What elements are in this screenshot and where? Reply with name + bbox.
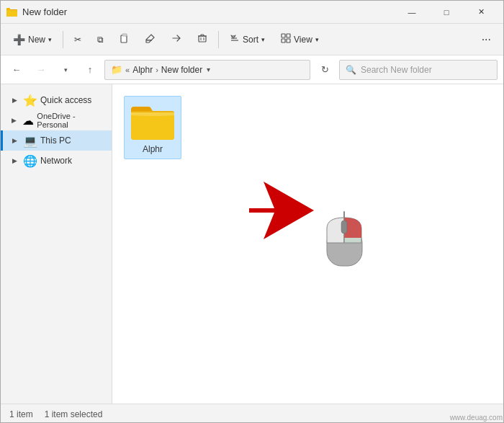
network-expand-icon: ▶	[9, 155, 20, 166]
svg-rect-19	[327, 228, 362, 266]
folder-icon	[130, 101, 176, 141]
svg-rect-4	[121, 35, 127, 43]
svg-rect-3	[6, 10, 17, 17]
view-dropdown-icon: ▾	[315, 36, 319, 43]
window-icon	[6, 6, 18, 18]
path-dropdown-icon: ▾	[207, 66, 210, 74]
sidebar-item-network[interactable]: ▶ 🌐 Network	[1, 151, 112, 171]
title-bar-controls: — □ ✕	[395, 1, 498, 24]
onedrive-expand-icon: ▶	[9, 115, 19, 126]
svg-rect-2	[6, 8, 10, 10]
new-dropdown-icon: ▾	[48, 36, 52, 43]
up-button[interactable]: ↑	[80, 60, 100, 80]
new-icon: ➕	[13, 34, 25, 45]
this-pc-expand-icon: ▶	[9, 135, 20, 146]
svg-rect-14	[282, 34, 285, 37]
quick-access-icon: ⭐	[23, 94, 37, 107]
toolbar: ➕ New ▾ ✂ ⧉	[1, 24, 503, 55]
recent-locations-button[interactable]: ▾	[55, 60, 76, 80]
network-label: Network	[40, 156, 72, 166]
file-label-alphr: Alphr	[143, 144, 163, 154]
file-grid: Alphr	[124, 96, 492, 159]
sort-dropdown-icon: ▾	[261, 36, 265, 43]
search-placeholder: Search New folder	[361, 65, 432, 75]
view-button[interactable]: View ▾	[274, 28, 325, 51]
sidebar-item-this-pc[interactable]: ▶ 💻 This PC	[1, 130, 112, 151]
cut-button[interactable]: ✂	[68, 28, 88, 51]
quick-access-expand-icon: ▶	[9, 94, 20, 106]
title-bar: New folder — □ ✕	[1, 1, 503, 24]
delete-button[interactable]	[191, 28, 214, 51]
svg-rect-17	[287, 39, 290, 43]
back-button[interactable]: ←	[6, 60, 27, 80]
quick-access-label: Quick access	[40, 95, 91, 105]
status-bar: 1 item 1 item selected	[1, 404, 503, 423]
close-button[interactable]: ✕	[464, 1, 498, 24]
cut-icon: ✂	[74, 35, 81, 45]
folder-icon-wrap	[130, 101, 176, 141]
mouse-svg	[325, 210, 364, 268]
this-pc-label: This PC	[40, 135, 71, 146]
sort-label: Sort	[243, 35, 258, 45]
share-button[interactable]	[165, 28, 188, 51]
toolbar-divider-1	[63, 31, 63, 48]
rename-button[interactable]	[139, 28, 162, 51]
file-area[interactable]: Alphr	[112, 84, 503, 404]
search-box[interactable]: 🔍 Search New folder	[339, 60, 498, 80]
delete-icon	[197, 33, 207, 45]
maximize-button[interactable]: □	[430, 1, 463, 24]
path-chevron-icon: «	[125, 66, 130, 74]
sidebar: ▶ ⭐ Quick access ▶ ☁ OneDrive - Personal…	[1, 84, 112, 404]
svg-rect-5	[122, 34, 127, 36]
mouse-illustration	[325, 210, 364, 270]
red-arrow-svg	[242, 178, 321, 243]
address-path[interactable]: 📁 « Alphr › New folder ▾	[104, 60, 310, 80]
minimize-button[interactable]: —	[395, 1, 428, 24]
path-parent: Alphr	[132, 65, 153, 75]
search-icon: 🔍	[346, 65, 356, 75]
paste-icon	[120, 33, 130, 45]
status-count: 1 item	[9, 409, 33, 419]
status-selected: 1 item selected	[45, 409, 103, 419]
forward-button[interactable]: →	[31, 60, 51, 80]
share-icon	[171, 33, 181, 45]
svg-marker-18	[249, 182, 314, 239]
file-item-alphr[interactable]: Alphr	[124, 96, 181, 159]
refresh-button[interactable]: ↻	[315, 60, 335, 80]
network-icon: 🌐	[23, 154, 37, 168]
copy-icon: ⧉	[97, 35, 104, 45]
onedrive-icon: ☁	[22, 114, 34, 128]
path-folder-icon: 📁	[111, 64, 122, 75]
copy-button[interactable]: ⧉	[91, 28, 110, 51]
more-button[interactable]: ···	[475, 28, 498, 51]
sidebar-item-quick-access[interactable]: ▶ ⭐ Quick access	[1, 90, 112, 110]
svg-rect-20	[341, 221, 347, 233]
svg-rect-7	[199, 36, 206, 42]
onedrive-label: OneDrive - Personal	[37, 112, 106, 129]
view-icon	[281, 33, 291, 45]
sort-icon	[230, 33, 240, 45]
main-content: ▶ ⭐ Quick access ▶ ☁ OneDrive - Personal…	[1, 84, 503, 404]
address-bar: ← → ▾ ↑ 📁 « Alphr › New folder ▾ ↻ 🔍 Sea…	[1, 55, 503, 84]
view-label: View	[294, 35, 312, 45]
path-current: New folder	[161, 65, 202, 75]
new-button[interactable]: ➕ New ▾	[6, 28, 58, 51]
new-label: New	[28, 35, 45, 45]
title-bar-left: New folder	[6, 6, 67, 18]
sort-button[interactable]: Sort ▾	[223, 28, 271, 51]
svg-rect-15	[287, 34, 290, 37]
this-pc-icon: 💻	[23, 134, 37, 148]
toolbar-divider-2	[218, 31, 219, 48]
window-title: New folder	[22, 6, 67, 17]
svg-rect-16	[282, 39, 285, 43]
sidebar-item-onedrive[interactable]: ▶ ☁ OneDrive - Personal	[1, 110, 112, 130]
path-separator: ›	[156, 66, 158, 74]
rename-icon	[145, 33, 156, 45]
paste-button[interactable]	[113, 28, 136, 51]
arrow-overlay	[242, 178, 321, 245]
